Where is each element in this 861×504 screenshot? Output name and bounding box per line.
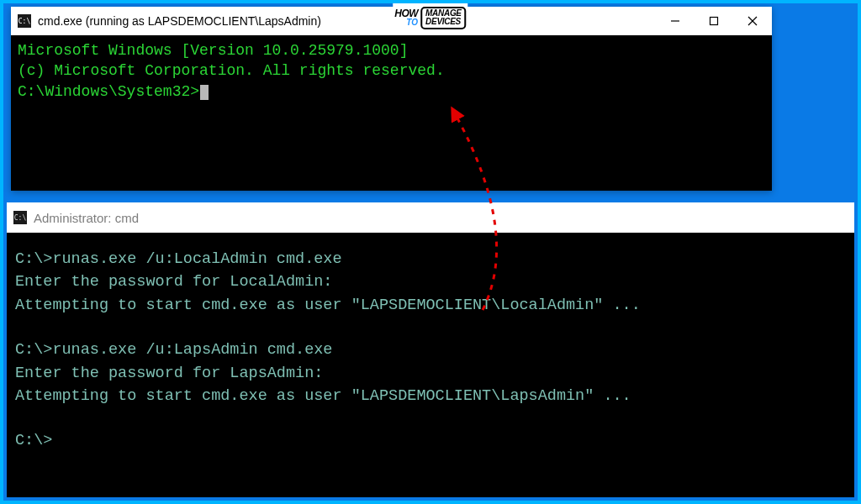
window-title-upper: cmd.exe (running as LAPSDEMOCLIENT\LapsA…	[38, 14, 321, 28]
titlebar-lower[interactable]: C:\ Administrator: cmd	[7, 202, 854, 233]
blank-line	[15, 317, 848, 339]
titlebar-upper[interactable]: C:\ cmd.exe (running as LAPSDEMOCLIENT\L…	[11, 7, 772, 35]
prompt-text: C:\Windows\System32>	[18, 83, 199, 100]
terminal-line: Microsoft Windows [Version 10.0.25979.10…	[18, 40, 765, 60]
terminal-line: Enter the password for LapsAdmin:	[15, 362, 848, 385]
maximize-icon	[709, 16, 719, 26]
minimize-button[interactable]	[656, 7, 695, 35]
watermark-to: TO	[394, 18, 418, 26]
watermark-left: HOW TO	[394, 9, 418, 26]
terminal-line: C:\>runas.exe /u:LocalAdmin cmd.exe	[15, 248, 848, 270]
terminal-prompt: C:\Windows\System32>	[18, 81, 765, 102]
cmd-window-laps: C:\ cmd.exe (running as LAPSDEMOCLIENT\L…	[11, 7, 772, 191]
close-icon	[747, 16, 758, 26]
minimize-icon	[670, 16, 680, 26]
cursor-icon	[200, 85, 209, 100]
blank-line	[15, 407, 848, 429]
maximize-button[interactable]	[695, 7, 733, 35]
terminal-line: Attempting to start cmd.exe as user "LAP…	[15, 385, 848, 407]
close-button[interactable]	[733, 7, 772, 35]
terminal-lower[interactable]: C:\>runas.exe /u:LocalAdmin cmd.exe Ente…	[7, 233, 854, 459]
cmd-window-admin: C:\ Administrator: cmd C:\>runas.exe /u:…	[7, 202, 854, 497]
cmd-icon: C:\	[13, 211, 27, 224]
terminal-prompt: C:\>	[15, 429, 848, 452]
watermark-right: MANAGE DEVICES	[420, 7, 467, 29]
terminal-upper[interactable]: Microsoft Windows [Version 10.0.25979.10…	[11, 35, 772, 191]
terminal-line: Enter the password for LocalAdmin:	[15, 270, 848, 293]
svg-rect-1	[710, 18, 718, 25]
watermark-line2: DEVICES	[425, 18, 462, 27]
terminal-line: (c) Microsoft Corporation. All rights re…	[18, 60, 765, 81]
cmd-icon: C:\	[18, 14, 31, 28]
terminal-line: C:\>runas.exe /u:LapsAdmin cmd.exe	[15, 339, 848, 361]
watermark-logo: HOW TO MANAGE DEVICES	[393, 3, 467, 32]
terminal-line: Attempting to start cmd.exe as user "LAP…	[15, 294, 848, 317]
window-title-lower: Administrator: cmd	[34, 211, 139, 225]
